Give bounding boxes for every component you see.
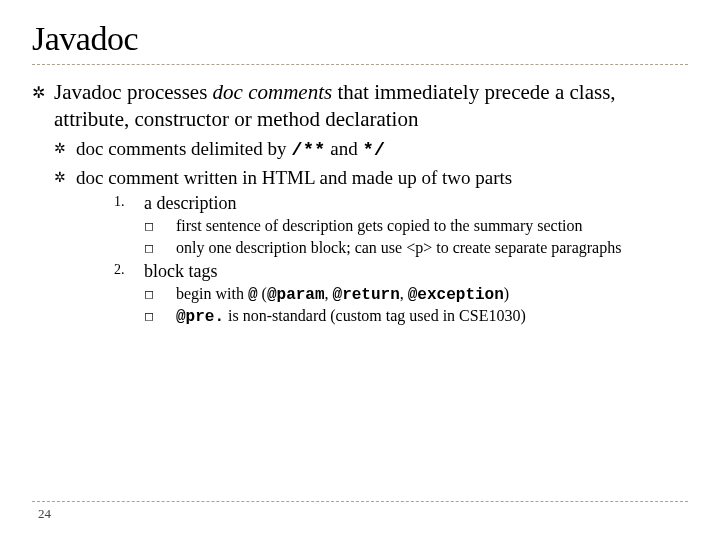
bullet-level2: ✲ doc comment written in HTML and made u… bbox=[54, 166, 688, 190]
flower-icon: ✲ bbox=[32, 79, 54, 102]
numbered-item: 2. block tags bbox=[114, 260, 688, 283]
square-icon: ◻ bbox=[144, 284, 176, 302]
square-icon: ◻ bbox=[144, 306, 176, 324]
box-bullet: ◻ only one description block; can use <p… bbox=[144, 238, 688, 258]
sub-text-2: doc comment written in HTML and made up … bbox=[76, 166, 688, 190]
item-label: block tags bbox=[144, 260, 688, 283]
item-label: a description bbox=[144, 192, 688, 215]
item-number: 2. bbox=[114, 260, 144, 278]
detail-text: first sentence of description gets copie… bbox=[176, 216, 688, 236]
box-bullet: ◻ @pre. is non-standard (custom tag used… bbox=[144, 306, 688, 327]
box-bullet: ◻ first sentence of description gets cop… bbox=[144, 216, 688, 236]
sub-text-1: doc comments delimited by /** and */ bbox=[76, 137, 688, 162]
flower-icon: ✲ bbox=[54, 137, 76, 157]
title-divider bbox=[32, 64, 688, 65]
page-title: Javadoc bbox=[32, 20, 688, 58]
footer-divider bbox=[32, 501, 688, 502]
flower-icon: ✲ bbox=[54, 166, 76, 186]
bullet-level2: ✲ doc comments delimited by /** and */ bbox=[54, 137, 688, 162]
square-icon: ◻ bbox=[144, 216, 176, 234]
footer: 24 bbox=[0, 501, 720, 522]
box-bullet: ◻ begin with @ (@param, @return, @except… bbox=[144, 284, 688, 305]
item-number: 1. bbox=[114, 192, 144, 210]
page-number: 24 bbox=[32, 506, 688, 522]
bullet-level1: ✲ Javadoc processes doc comments that im… bbox=[32, 79, 688, 133]
detail-text: only one description block; can use <p> … bbox=[176, 238, 688, 258]
detail-text: @pre. is non-standard (custom tag used i… bbox=[176, 306, 688, 327]
square-icon: ◻ bbox=[144, 238, 176, 256]
detail-text: begin with @ (@param, @return, @exceptio… bbox=[176, 284, 688, 305]
numbered-item: 1. a description bbox=[114, 192, 688, 215]
main-text: Javadoc processes doc comments that imme… bbox=[54, 79, 688, 133]
